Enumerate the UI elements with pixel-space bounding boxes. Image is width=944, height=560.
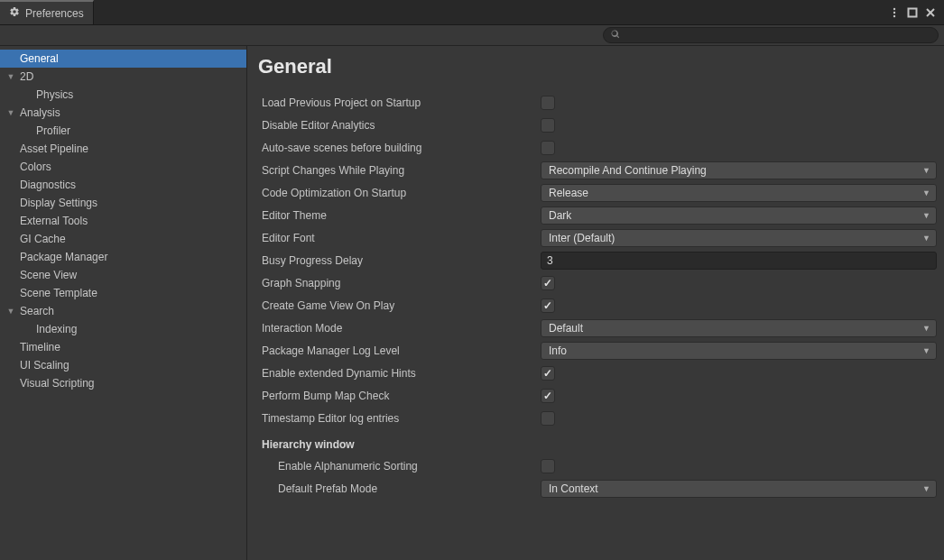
chevron-down-icon: ▼: [5, 307, 16, 316]
row-bump-check: Perform Bump Map Check: [258, 384, 937, 407]
label-disable-analytics: Disable Editor Analytics: [258, 119, 541, 132]
sidebar-item-label: External Tools: [20, 215, 88, 227]
row-script-changes: Script Changes While Playing Recompile A…: [258, 159, 937, 181]
dropdown-interaction-mode[interactable]: Default▼: [541, 319, 937, 337]
label-bump-check: Perform Bump Map Check: [258, 390, 541, 402]
sidebar-item-label: Diagnostics: [20, 179, 76, 191]
label-editor-theme: Editor Theme: [258, 209, 541, 222]
label-graph-snap: Graph Snapping: [258, 277, 541, 289]
search-field[interactable]: [603, 27, 939, 43]
search-input[interactable]: [625, 30, 930, 41]
row-pkg-log: Package Manager Log Level Info▼: [258, 339, 937, 362]
checkbox-graph-snap[interactable]: [541, 276, 555, 290]
input-busy-delay[interactable]: [541, 252, 937, 270]
checkbox-load-prev[interactable]: [541, 96, 555, 110]
row-interaction-mode: Interaction Mode Default▼: [258, 317, 937, 339]
kebab-menu-icon[interactable]: [888, 6, 901, 19]
sidebar-item-diagnostics[interactable]: Diagnostics: [0, 176, 246, 194]
row-editor-theme: Editor Theme Dark▼: [258, 204, 937, 226]
row-disable-analytics: Disable Editor Analytics: [258, 114, 937, 136]
chevron-down-icon: ▼: [922, 484, 930, 493]
dropdown-editor-theme[interactable]: Dark▼: [541, 207, 937, 225]
label-dyn-hints: Enable extended Dynamic Hints: [258, 367, 541, 380]
sidebar-item-label: Asset Pipeline: [20, 142, 88, 155]
sidebar-item-scene-template[interactable]: Scene Template: [0, 284, 246, 302]
sidebar-item-timeline[interactable]: Timeline: [0, 338, 246, 356]
row-load-prev: Load Previous Project on Startup: [258, 91, 937, 114]
sidebar-item-display-settings[interactable]: Display Settings: [0, 194, 246, 212]
chevron-down-icon: ▼: [922, 166, 930, 175]
dropdown-value: In Context: [549, 482, 598, 495]
svg-rect-3: [909, 8, 917, 16]
sidebar-item-label: Scene Template: [20, 287, 97, 299]
sidebar-item-asset-pipeline[interactable]: Asset Pipeline: [0, 140, 246, 158]
sidebar-item-label: Visual Scripting: [20, 377, 95, 390]
label-create-gameview: Create Game View On Play: [258, 299, 541, 312]
sidebar-item-external-tools[interactable]: External Tools: [0, 212, 246, 230]
sidebar-item-analysis[interactable]: ▼Analysis: [0, 104, 246, 122]
dropdown-prefab-mode[interactable]: In Context▼: [541, 480, 937, 498]
dropdown-editor-font[interactable]: Inter (Default)▼: [541, 229, 937, 247]
sidebar-item-general[interactable]: General: [0, 50, 246, 68]
dropdown-code-opt[interactable]: Release▼: [541, 184, 937, 202]
sidebar-item-label: 2D: [20, 70, 33, 83]
row-busy-delay: Busy Progress Delay: [258, 249, 937, 271]
dropdown-script-changes[interactable]: Recompile And Continue Playing▼: [541, 161, 937, 179]
label-alnum-sort: Enable Alphanumeric Sorting: [258, 460, 541, 473]
dropdown-value: Default: [549, 322, 583, 335]
checkbox-alnum-sort[interactable]: [541, 459, 555, 473]
tab-label: Preferences: [25, 7, 84, 20]
maximize-icon[interactable]: [906, 6, 919, 19]
sidebar-item-gi-cache[interactable]: GI Cache: [0, 230, 246, 248]
sidebar-item-2d[interactable]: ▼2D: [0, 68, 246, 86]
sidebar-item-label: Scene View: [20, 269, 77, 281]
checkbox-disable-analytics[interactable]: [541, 118, 555, 133]
sidebar-item-profiler[interactable]: Profiler: [0, 122, 246, 140]
label-interaction-mode: Interaction Mode: [258, 322, 541, 335]
dropdown-pkg-log[interactable]: Info▼: [541, 342, 937, 360]
svg-point-1: [893, 11, 895, 13]
row-alnum-sort: Enable Alphanumeric Sorting: [258, 454, 937, 477]
label-load-prev: Load Previous Project on Startup: [258, 96, 541, 109]
checkbox-autosave[interactable]: [541, 141, 555, 155]
sidebar-item-package-manager[interactable]: Package Manager: [0, 248, 246, 266]
search-icon: [611, 29, 620, 41]
dropdown-value: Dark: [549, 209, 571, 222]
sidebar-item-visual-scripting[interactable]: Visual Scripting: [0, 374, 246, 392]
label-prefab-mode: Default Prefab Mode: [258, 482, 541, 495]
sidebar-item-label: Timeline: [20, 341, 60, 353]
tab-preferences[interactable]: Preferences: [0, 0, 94, 24]
dropdown-value: Inter (Default): [549, 232, 615, 244]
checkbox-dyn-hints[interactable]: [541, 366, 555, 381]
close-icon[interactable]: [924, 6, 937, 19]
row-graph-snap: Graph Snapping: [258, 271, 937, 294]
sidebar-item-label: Search: [20, 305, 54, 317]
row-prefab-mode: Default Prefab Mode In Context▼: [258, 477, 937, 500]
chevron-down-icon: ▼: [922, 188, 930, 197]
sidebar-item-physics[interactable]: Physics: [0, 86, 246, 104]
sidebar-item-label: Profiler: [36, 124, 70, 137]
sidebar-item-indexing[interactable]: Indexing: [0, 320, 246, 338]
row-dyn-hints: Enable extended Dynamic Hints: [258, 362, 937, 384]
checkbox-create-gameview[interactable]: [541, 298, 555, 313]
label-script-changes: Script Changes While Playing: [258, 164, 541, 177]
tab-bar: Preferences: [0, 0, 944, 25]
sidebar-item-scene-view[interactable]: Scene View: [0, 266, 246, 284]
sidebar-item-colors[interactable]: Colors: [0, 158, 246, 176]
dropdown-value: Release: [549, 187, 588, 199]
sidebar-item-ui-scaling[interactable]: UI Scaling: [0, 356, 246, 374]
sidebar-item-label: GI Cache: [20, 233, 66, 245]
label-timestamp-log: Timestamp Editor log entries: [258, 412, 541, 425]
label-editor-font: Editor Font: [258, 232, 541, 244]
chevron-down-icon: ▼: [922, 234, 930, 243]
label-code-opt: Code Optimization On Startup: [258, 187, 541, 199]
label-pkg-log: Package Manager Log Level: [258, 344, 541, 357]
sidebar-item-search[interactable]: ▼Search: [0, 302, 246, 320]
sidebar-item-label: Display Settings: [20, 197, 97, 209]
chevron-down-icon: ▼: [922, 324, 930, 333]
chevron-down-icon: ▼: [5, 108, 16, 117]
checkbox-bump-check[interactable]: [541, 389, 555, 403]
sidebar: General▼2DPhysics▼AnalysisProfilerAsset …: [0, 46, 247, 560]
row-create-gameview: Create Game View On Play: [258, 294, 937, 317]
checkbox-timestamp-log[interactable]: [541, 411, 555, 426]
